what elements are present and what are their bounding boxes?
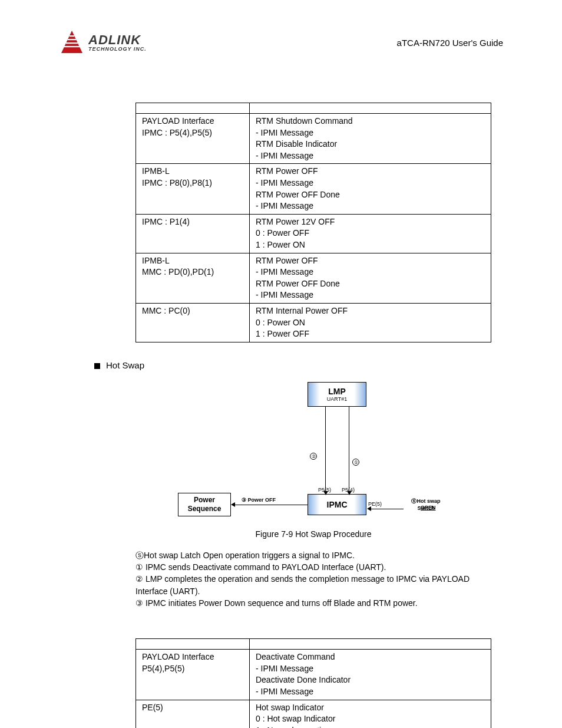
svg-rect-0 [64, 46, 80, 47]
figure-hot-swap: LMP UART#1 IPMC Power Sequence [135, 382, 491, 523]
svg-rect-1 [66, 42, 78, 44]
diagram-step-1-icon: ① [352, 459, 359, 466]
figure-caption: Figure 7-9 Hot Swap Procedure [135, 529, 491, 539]
document-title: aTCA-RN720 User's Guide [397, 38, 503, 48]
diagram-lmp-box: LMP UART#1 [308, 382, 366, 407]
diagram-hotswap-open-label: OPEN [421, 505, 436, 510]
diagram-power-sequence-box: Power Sequence [178, 493, 231, 516]
diagram-p54-label: P5(4) [342, 487, 355, 493]
svg-rect-2 [68, 39, 76, 40]
diagram-step-2-icon: ② [310, 453, 317, 460]
logo: ADLINK TECHNOLOGY INC. [59, 29, 147, 55]
table-row: PAYLOAD Interface IPMC : P5(4),P5(5)RTM … [136, 114, 491, 164]
step-s: ⓢHot swap Latch Open operation triggers … [135, 549, 491, 561]
table-row: MMC : PC(0)RTM Internal Power OFF 0 : Po… [136, 303, 491, 342]
bullet-icon [94, 363, 100, 369]
page-header: ADLINK TECHNOLOGY INC. aTCA-RN720 User's… [59, 29, 503, 55]
table-row: IPMB-L MMC : PD(0),PD(1)RTM Power OFF - … [136, 253, 491, 303]
step-1: ① IPMC sends Deactivate command to PAYLO… [135, 561, 491, 573]
diagram-ipmc-box: IPMC [308, 494, 366, 515]
table-row: PAYLOAD Interface P5(4),P5(5)Deactivate … [136, 650, 491, 700]
logo-icon [59, 29, 85, 55]
table-row: PE(5)Hot swap Indicator 0 : Hot swap Ind… [136, 700, 491, 728]
diagram-pe5-label: PE(5) [368, 501, 382, 507]
step-3: ③ IPMC initiates Power Down sequence and… [135, 597, 491, 609]
step-2: ② LMP completes the operation and sends … [135, 573, 491, 597]
logo-title: ADLINK [88, 34, 147, 47]
interface-table-1: PAYLOAD Interface IPMC : P5(4),P5(5)RTM … [135, 103, 491, 342]
diagram-p55-label: P5(5) [318, 487, 331, 493]
section-heading: Hot Swap [94, 360, 503, 370]
table-row: IPMC : P1(4)RTM Power 12V OFF 0 : Power … [136, 214, 491, 253]
interface-table-2: PAYLOAD Interface P5(4),P5(5)Deactivate … [135, 638, 491, 728]
table-row: IPMB-L IPMC : P8(0),P8(1)RTM Power OFF -… [136, 164, 491, 214]
svg-rect-3 [70, 35, 74, 37]
logo-subtitle: TECHNOLOGY INC. [88, 47, 147, 52]
procedure-steps: ⓢHot swap Latch Open operation triggers … [135, 549, 491, 609]
diagram-power-off-label: ③ Power OFF [242, 497, 276, 503]
